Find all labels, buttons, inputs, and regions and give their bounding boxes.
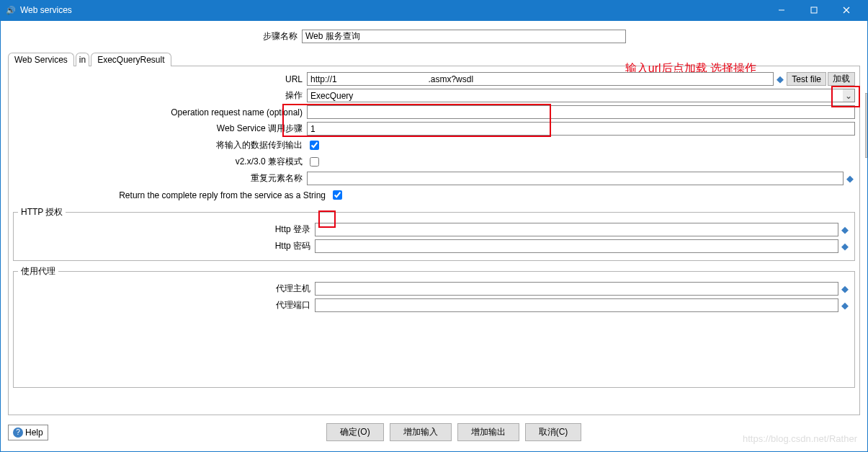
titlebar: 🔊 Web services bbox=[0, 0, 868, 20]
minimize-button[interactable] bbox=[765, 0, 797, 20]
http-pwd-label: Http 密码 bbox=[18, 240, 315, 252]
add-input-button[interactable]: 增加输入 bbox=[390, 423, 452, 441]
oprn-label: Operation request name (optional) bbox=[13, 107, 307, 118]
proxy-port-label: 代理端口 bbox=[18, 299, 315, 311]
url-label: URL bbox=[13, 74, 307, 84]
passdata-checkbox[interactable] bbox=[310, 141, 319, 150]
close-button[interactable] bbox=[830, 0, 862, 20]
http-login-input[interactable] bbox=[315, 223, 838, 236]
window-title: Web services bbox=[20, 5, 765, 15]
stepname-input[interactable] bbox=[302, 30, 626, 43]
tab-panel: URL ◆ Test file 加载 操作 ⌄ Operation reques… bbox=[8, 66, 860, 415]
tab-execqueryresult[interactable]: ExecQueryResult bbox=[91, 53, 171, 66]
variable-icon[interactable]: ◆ bbox=[840, 239, 850, 253]
help-icon: ? bbox=[13, 427, 23, 438]
proxy-group: 使用代理 代理主机 ◆ 代理端口 ◆ bbox=[13, 265, 855, 388]
chevron-down-icon[interactable]: ⌄ bbox=[843, 89, 855, 102]
http-auth-group: HTTP 授权 Http 登录 ◆ Http 密码 ◆ bbox=[13, 206, 855, 261]
help-label: Help bbox=[25, 427, 43, 438]
stepname-label: 步骤名称 bbox=[8, 30, 302, 43]
dialog-body: 步骤名称 Web Services in ExecQueryResult 输入u… bbox=[0, 20, 868, 452]
variable-icon[interactable]: ◆ bbox=[845, 172, 855, 185]
side-strip bbox=[865, 93, 867, 158]
maximize-button[interactable] bbox=[797, 0, 830, 20]
app-icon: 🔊 bbox=[6, 6, 16, 15]
proxy-host-input[interactable] bbox=[315, 282, 838, 296]
url-input[interactable] bbox=[307, 72, 774, 86]
test-file-button[interactable]: Test file bbox=[787, 72, 826, 86]
proxy-port-input[interactable] bbox=[315, 298, 838, 312]
variable-icon[interactable]: ◆ bbox=[840, 223, 850, 236]
tab-in[interactable]: in bbox=[76, 53, 89, 66]
compat-label: v2.x/3.0 兼容模式 bbox=[13, 156, 307, 168]
help-button[interactable]: ?Help bbox=[8, 425, 48, 440]
steps-label: Web Service 调用步骤 bbox=[13, 123, 307, 135]
variable-icon[interactable]: ◆ bbox=[775, 72, 785, 86]
http-pwd-input[interactable] bbox=[315, 239, 838, 253]
tab-web-services[interactable]: Web Services bbox=[8, 53, 74, 66]
passdata-label: 将输入的数据传到输出 bbox=[13, 139, 307, 151]
retstr-checkbox[interactable] bbox=[333, 190, 342, 200]
proxy-legend: 使用代理 bbox=[18, 265, 58, 278]
http-login-label: Http 登录 bbox=[18, 223, 315, 236]
repeat-input[interactable] bbox=[307, 172, 844, 185]
oprn-input[interactable] bbox=[307, 105, 855, 119]
variable-icon[interactable]: ◆ bbox=[840, 298, 850, 312]
operation-select[interactable] bbox=[307, 89, 843, 102]
proxy-host-label: 代理主机 bbox=[18, 283, 315, 295]
svg-rect-1 bbox=[811, 7, 817, 13]
add-output-button[interactable]: 增加输出 bbox=[457, 423, 519, 441]
compat-checkbox[interactable] bbox=[310, 157, 319, 167]
steps-input[interactable] bbox=[307, 122, 855, 136]
tabs: Web Services in ExecQueryResult bbox=[8, 52, 860, 66]
retstr-label: Return the complete reply from the servi… bbox=[13, 190, 330, 200]
footer: ?Help 确定(O) 增加输入 增加输出 取消(C) bbox=[8, 423, 860, 441]
repeat-label: 重复元素名称 bbox=[13, 172, 307, 185]
cancel-button[interactable]: 取消(C) bbox=[525, 423, 582, 441]
operation-label: 操作 bbox=[13, 89, 307, 102]
http-auth-legend: HTTP 授权 bbox=[18, 206, 66, 218]
ok-button[interactable]: 确定(O) bbox=[326, 423, 383, 441]
load-button[interactable]: 加载 bbox=[828, 72, 855, 86]
variable-icon[interactable]: ◆ bbox=[840, 282, 850, 296]
